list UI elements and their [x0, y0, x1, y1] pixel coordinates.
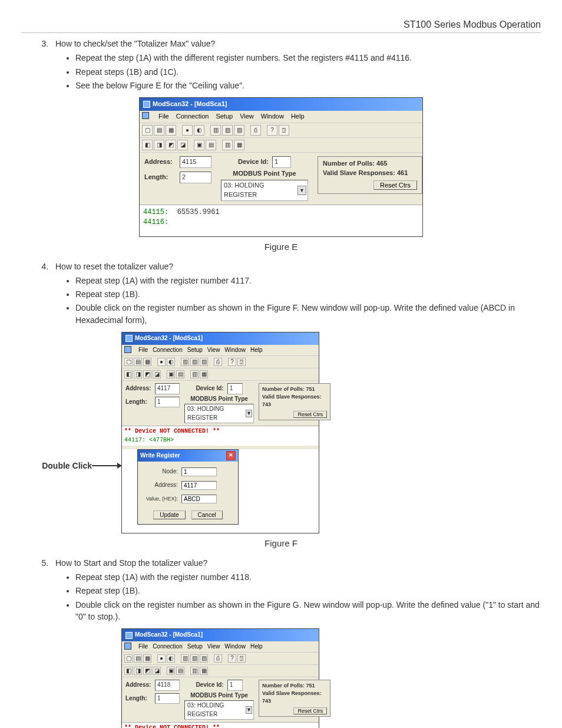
- length-input[interactable]: 2: [180, 172, 211, 183]
- tb-print-icon[interactable]: ⎙: [214, 654, 222, 663]
- tb2-c-icon[interactable]: ◩: [143, 667, 151, 675]
- data-area[interactable]: ** Device NOT CONNECTED! ** 44118: <1830…: [122, 722, 319, 728]
- tb-new-icon[interactable]: ▢: [124, 358, 133, 366]
- node-input[interactable]: [181, 467, 217, 476]
- tb2-g-icon[interactable]: ▥: [190, 667, 199, 675]
- tb2-e-icon[interactable]: ▣: [167, 370, 175, 378]
- tb2-h-icon[interactable]: ▦: [200, 370, 208, 378]
- tb-new-icon[interactable]: ▢: [124, 654, 133, 663]
- menu-window[interactable]: Window: [224, 643, 246, 651]
- menu-window[interactable]: Window: [224, 346, 246, 355]
- tb-whatsthis-icon[interactable]: ⍰: [237, 358, 246, 366]
- tb2-b-icon[interactable]: ◨: [134, 667, 142, 675]
- reset-ctrs-button[interactable]: Reset Ctrs: [293, 707, 327, 714]
- address-input[interactable]: 4115: [180, 156, 211, 168]
- device-id-input[interactable]: 1: [227, 680, 243, 691]
- tb2-h-icon[interactable]: ▦: [200, 667, 208, 675]
- tb-open-icon[interactable]: ▤: [134, 654, 142, 663]
- tb-connect-icon[interactable]: ●: [157, 654, 166, 663]
- point-type-select[interactable]: 03: HOLDING REGISTER ▼: [221, 180, 308, 201]
- tb-connect-icon[interactable]: ●: [182, 125, 193, 136]
- tb-open-icon[interactable]: ▤: [154, 125, 164, 136]
- tb-save-icon[interactable]: ▦: [143, 654, 151, 663]
- tb-icon-a[interactable]: ▥: [181, 654, 189, 663]
- menu-connection[interactable]: Connection: [153, 643, 183, 651]
- length-input[interactable]: 1: [155, 693, 180, 704]
- tb2-g-icon[interactable]: ▥: [222, 140, 233, 150]
- tb2-f-icon[interactable]: ▤: [176, 370, 184, 378]
- menu-file[interactable]: File: [158, 112, 169, 121]
- menu-connection[interactable]: Connection: [176, 112, 209, 121]
- tb-whatsthis-icon[interactable]: ⍰: [237, 654, 246, 663]
- tb2-c-icon[interactable]: ◩: [166, 140, 176, 150]
- tb-icon-b[interactable]: ▧: [190, 358, 199, 366]
- value-input[interactable]: [181, 495, 217, 503]
- tb-icon-b[interactable]: ▧: [222, 125, 233, 136]
- tb-print-icon[interactable]: ⎙: [250, 125, 261, 136]
- device-id-input[interactable]: 1: [272, 156, 291, 168]
- menu-view[interactable]: View: [207, 346, 220, 355]
- menu-view[interactable]: View: [240, 112, 254, 121]
- menu-file[interactable]: File: [138, 346, 148, 355]
- point-type-select[interactable]: 03: HOLDING REGISTER ▼: [184, 404, 254, 423]
- menu-help[interactable]: Help: [250, 643, 263, 651]
- data-area[interactable]: 44115: 65535.9961 44116:: [140, 205, 422, 236]
- tb-save-icon[interactable]: ▦: [166, 125, 176, 136]
- tb2-c-icon[interactable]: ◩: [143, 370, 151, 378]
- tb-whatsthis-icon[interactable]: ⍰: [279, 125, 289, 136]
- address-input[interactable]: 4118: [155, 680, 180, 691]
- data-area[interactable]: ** Device NOT CONNECTED! ** 44117: <477B…: [122, 426, 319, 446]
- tb-icon-c[interactable]: ▨: [234, 125, 244, 136]
- menu-window[interactable]: Window: [261, 112, 284, 121]
- tb-print-icon[interactable]: ⎙: [214, 358, 222, 366]
- tb-help-icon[interactable]: ?: [267, 125, 277, 136]
- tb-icon-c[interactable]: ▨: [200, 654, 208, 663]
- tb2-b-icon[interactable]: ◨: [134, 370, 142, 378]
- reset-ctrs-button[interactable]: Reset Ctrs: [293, 411, 327, 418]
- tb2-f-icon[interactable]: ▤: [176, 667, 184, 675]
- tb-connect-icon[interactable]: ●: [157, 358, 166, 366]
- menu-help[interactable]: Help: [291, 112, 305, 121]
- tb-help-icon[interactable]: ?: [228, 654, 236, 663]
- menu-help[interactable]: Help: [250, 346, 263, 355]
- s4-bullet-3: Double click on the register number as s…: [75, 302, 541, 326]
- device-id-input[interactable]: 1: [227, 383, 243, 394]
- close-icon[interactable]: ✕: [226, 451, 236, 460]
- tb2-d-icon[interactable]: ◪: [177, 140, 188, 150]
- tb2-d-icon[interactable]: ◪: [153, 370, 161, 378]
- tb-disconnect-icon[interactable]: ◐: [194, 125, 204, 136]
- tb-new-icon[interactable]: ▢: [142, 125, 153, 136]
- tb2-e-icon[interactable]: ▣: [194, 140, 204, 150]
- tb2-e-icon[interactable]: ▣: [167, 667, 175, 675]
- tb-icon-a[interactable]: ▥: [210, 125, 221, 136]
- tb-save-icon[interactable]: ▦: [143, 358, 151, 366]
- cancel-button[interactable]: Cancel: [191, 510, 223, 519]
- point-type-select[interactable]: 03: HOLDING REGISTER ▼: [184, 700, 254, 720]
- tb-icon-b[interactable]: ▧: [190, 654, 199, 663]
- tb-help-icon[interactable]: ?: [228, 358, 236, 366]
- menu-setup[interactable]: Setup: [187, 643, 203, 651]
- tb-icon-c[interactable]: ▨: [200, 358, 208, 366]
- tb2-g-icon[interactable]: ▥: [190, 370, 199, 378]
- menu-setup[interactable]: Setup: [187, 346, 203, 355]
- tb2-f-icon[interactable]: ▤: [206, 140, 216, 150]
- tb2-a-icon[interactable]: ◧: [124, 370, 133, 378]
- menu-connection[interactable]: Connection: [153, 346, 183, 355]
- tb2-a-icon[interactable]: ◧: [142, 140, 153, 150]
- tb2-a-icon[interactable]: ◧: [124, 667, 133, 675]
- reset-ctrs-button[interactable]: Reset Ctrs: [373, 180, 417, 190]
- tb-disconnect-icon[interactable]: ◐: [167, 654, 175, 663]
- tb2-b-icon[interactable]: ◨: [154, 140, 164, 150]
- tb-disconnect-icon[interactable]: ◐: [167, 358, 175, 366]
- update-button[interactable]: Update: [153, 510, 185, 519]
- tb2-h-icon[interactable]: ▦: [234, 140, 244, 150]
- address-input[interactable]: 4117: [155, 383, 180, 394]
- tb-open-icon[interactable]: ▤: [134, 358, 142, 366]
- menu-setup[interactable]: Setup: [216, 112, 233, 121]
- tb-icon-a[interactable]: ▥: [181, 358, 189, 366]
- menu-view[interactable]: View: [207, 643, 220, 651]
- dlg-address-input[interactable]: [181, 481, 217, 490]
- tb2-d-icon[interactable]: ◪: [153, 667, 161, 675]
- length-input[interactable]: 1: [155, 397, 180, 408]
- menu-file[interactable]: File: [138, 643, 148, 651]
